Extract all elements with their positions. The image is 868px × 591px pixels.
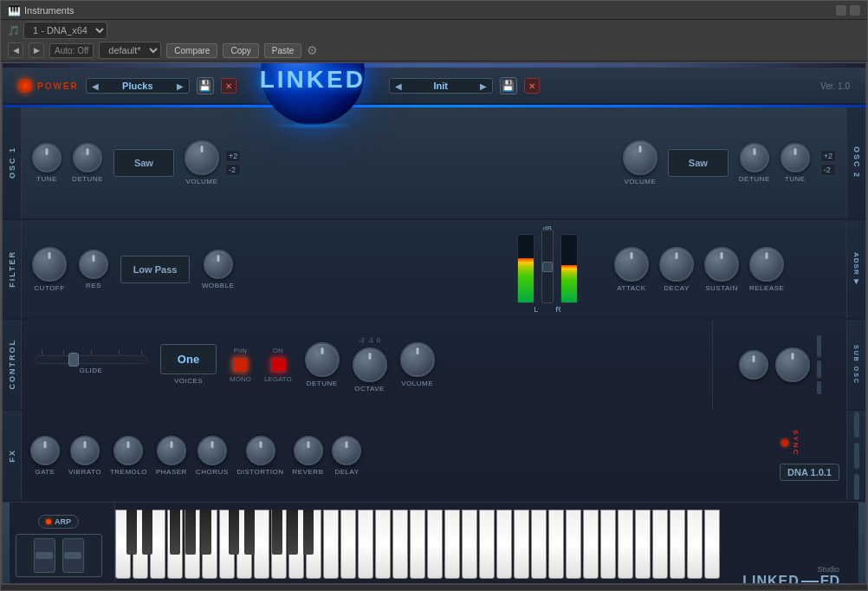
decay-knob[interactable] bbox=[659, 247, 694, 282]
vu-fader[interactable] bbox=[541, 230, 554, 303]
key-w[interactable] bbox=[635, 510, 651, 579]
preset-selector[interactable]: 1 - DNA_x64 bbox=[23, 22, 107, 39]
reverb-knob[interactable] bbox=[294, 436, 323, 465]
key-b[interactable] bbox=[244, 510, 255, 555]
adsr-decay: DECAY bbox=[659, 247, 694, 292]
key-w[interactable] bbox=[600, 510, 616, 579]
key-w[interactable] bbox=[618, 510, 633, 579]
power-button[interactable] bbox=[18, 79, 32, 93]
pitch-wheel[interactable] bbox=[34, 538, 55, 573]
adsr-panel: ATTACK DECAY SUSTAIN RELEASE bbox=[604, 220, 846, 318]
filter-cutoff: CUTOFF bbox=[32, 247, 67, 292]
maximize-btn[interactable] bbox=[850, 5, 860, 16]
ctrl-volume-knob[interactable] bbox=[400, 342, 435, 377]
osc1-volume-knob[interactable] bbox=[185, 140, 219, 175]
res-knob[interactable] bbox=[79, 250, 108, 279]
sustain-knob[interactable] bbox=[704, 247, 739, 282]
octave-knob[interactable] bbox=[353, 347, 387, 382]
keyboard-section: ARP PITCH • MOD bbox=[3, 502, 865, 585]
save2-button[interactable]: 💾 bbox=[500, 77, 517, 94]
chorus-knob[interactable] bbox=[198, 436, 227, 465]
key-w[interactable] bbox=[514, 510, 529, 579]
save1-button[interactable]: 💾 bbox=[197, 77, 214, 94]
vibrato-knob[interactable] bbox=[70, 436, 100, 465]
mod-wheel[interactable] bbox=[62, 538, 84, 573]
key-w[interactable] bbox=[548, 510, 564, 579]
preset2-prev[interactable]: ◀ bbox=[395, 81, 402, 91]
key-b[interactable] bbox=[126, 510, 137, 555]
key-w[interactable] bbox=[583, 510, 599, 579]
key-w[interactable] bbox=[462, 510, 477, 579]
delay-knob[interactable] bbox=[332, 436, 361, 465]
compare-button[interactable]: Compare bbox=[166, 43, 217, 58]
osc1-semi-up[interactable]: +2 bbox=[225, 150, 241, 162]
key-w[interactable] bbox=[323, 510, 339, 579]
key-w[interactable] bbox=[704, 510, 720, 579]
key-b[interactable] bbox=[201, 510, 211, 555]
sub-osc-knob1[interactable] bbox=[739, 350, 768, 380]
phaser-knob[interactable] bbox=[157, 436, 186, 465]
key-b[interactable] bbox=[303, 510, 314, 555]
voices-display[interactable]: One bbox=[160, 344, 217, 374]
key-w[interactable] bbox=[670, 510, 685, 579]
key-w[interactable] bbox=[687, 510, 703, 579]
pitch-handle bbox=[36, 552, 53, 559]
tremolo-knob[interactable] bbox=[113, 436, 143, 465]
distortion-knob[interactable] bbox=[246, 436, 275, 465]
osc1-detune-knob[interactable] bbox=[73, 143, 102, 172]
key-b[interactable] bbox=[170, 510, 180, 555]
power-area: POWER bbox=[18, 79, 79, 93]
key-w[interactable] bbox=[410, 510, 425, 579]
toolbar-nav-next[interactable]: ▶ bbox=[29, 42, 44, 58]
key-w[interactable] bbox=[479, 510, 495, 579]
osc2-wave-display[interactable]: Saw bbox=[668, 149, 729, 177]
ctrl-detune-knob[interactable] bbox=[305, 342, 340, 377]
key-w[interactable] bbox=[392, 510, 408, 579]
close1-button[interactable]: ✕ bbox=[221, 78, 236, 94]
osc1-tune-knob[interactable] bbox=[32, 143, 62, 172]
osc2-volume-knob[interactable] bbox=[623, 140, 657, 175]
key-w[interactable] bbox=[531, 510, 547, 579]
key-w[interactable] bbox=[340, 510, 356, 579]
legato-led[interactable] bbox=[270, 357, 286, 373]
key-b[interactable] bbox=[185, 510, 196, 555]
osc2-detune-knob[interactable] bbox=[740, 143, 769, 172]
arp-button[interactable]: ARP bbox=[38, 515, 79, 529]
preset2-next[interactable]: ▶ bbox=[480, 81, 487, 91]
paste-button[interactable]: Paste bbox=[264, 43, 302, 58]
mono-led[interactable] bbox=[232, 357, 248, 373]
preset1-next[interactable]: ▶ bbox=[177, 81, 184, 91]
key-w[interactable] bbox=[496, 510, 512, 579]
key-w[interactable] bbox=[652, 510, 668, 579]
key-w[interactable] bbox=[254, 510, 269, 579]
key-w[interactable] bbox=[427, 510, 443, 579]
sub-osc-knob2[interactable] bbox=[775, 347, 810, 382]
copy-button[interactable]: Copy bbox=[223, 43, 258, 58]
filter-type-display[interactable]: Low Pass bbox=[120, 256, 190, 283]
key-w[interactable] bbox=[444, 510, 460, 579]
key-w[interactable] bbox=[566, 510, 581, 579]
key-b[interactable] bbox=[272, 510, 282, 555]
osc2-semi-down[interactable]: -2 bbox=[820, 164, 836, 176]
key-w[interactable] bbox=[375, 510, 391, 579]
preset1-prev[interactable]: ◀ bbox=[92, 81, 99, 91]
default-preset-selector[interactable]: default* bbox=[99, 42, 161, 59]
attack-knob[interactable] bbox=[614, 247, 649, 282]
close2-button[interactable]: ✕ bbox=[524, 78, 540, 94]
key-w[interactable] bbox=[358, 510, 373, 579]
wobble-knob[interactable] bbox=[204, 250, 233, 279]
settings-icon[interactable]: ⚙ bbox=[307, 43, 318, 57]
sync-led[interactable] bbox=[781, 439, 788, 446]
gate-knob[interactable] bbox=[30, 436, 60, 465]
osc2-tune-knob[interactable] bbox=[781, 143, 810, 172]
key-b[interactable] bbox=[288, 510, 298, 555]
cutoff-knob[interactable] bbox=[32, 247, 67, 282]
key-b[interactable] bbox=[229, 510, 239, 555]
release-knob[interactable] bbox=[749, 247, 784, 282]
osc1-semi-down[interactable]: -2 bbox=[225, 164, 241, 176]
key-b[interactable] bbox=[142, 510, 152, 555]
osc1-wave-display[interactable]: Saw bbox=[113, 149, 174, 177]
minimize-btn[interactable] bbox=[836, 5, 846, 16]
toolbar-nav-prev[interactable]: ◀ bbox=[8, 42, 23, 58]
osc2-semi-up[interactable]: +2 bbox=[820, 150, 836, 162]
